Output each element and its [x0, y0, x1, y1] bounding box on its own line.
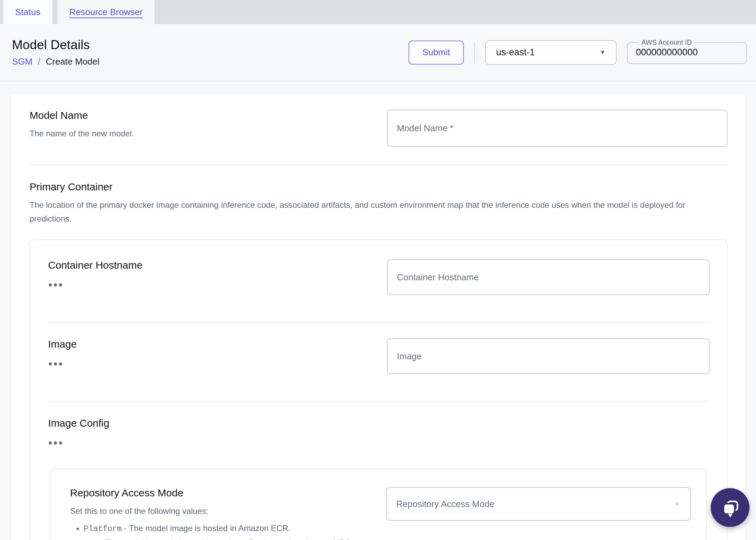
model-name-info: Model Name The name of the new model.	[30, 110, 387, 140]
image-input[interactable]	[387, 338, 710, 374]
content-area: Model Name The name of the new model. Pr…	[0, 81, 756, 540]
header-left: Model Details SGM / Create Model	[12, 38, 100, 67]
section-divider	[30, 165, 728, 166]
tab-status-label: Status	[15, 7, 41, 18]
repository-access-mode-select[interactable]: Repository Access Mode ▼	[386, 487, 691, 521]
breadcrumb-root-link[interactable]: SGM	[12, 56, 32, 67]
page-title: Model Details	[12, 38, 100, 52]
page-header: Model Details SGM / Create Model Submit …	[0, 24, 756, 81]
option-vpc: Vpc - The model image is hosted in a pri…	[84, 536, 373, 540]
chat-launcher-button[interactable]	[711, 488, 749, 527]
container-hostname-info: Container Hostname	[48, 259, 387, 288]
repository-access-mode-description: Set this to one of the following values:	[70, 504, 373, 518]
image-info: Image	[48, 338, 387, 367]
container-hostname-input[interactable]	[387, 259, 710, 295]
tab-status[interactable]: Status	[3, 0, 52, 24]
create-model-page: Status Resource Browser Model Details SG…	[0, 0, 756, 540]
image-config-card: Repository Access Mode Set this to one o…	[50, 469, 707, 540]
model-details-card: Model Name The name of the new model. Pr…	[10, 93, 746, 540]
field-divider	[48, 322, 710, 323]
breadcrumb: SGM / Create Model	[12, 56, 100, 67]
image-heading: Image	[48, 338, 373, 350]
model-name-input[interactable]	[387, 110, 728, 147]
chat-bubble-icon	[719, 496, 742, 519]
region-select[interactable]: us-east-1 ▼	[485, 40, 617, 65]
image-config-block: Image Config	[48, 417, 710, 446]
primary-container-section: Primary Container The location of the pr…	[30, 181, 728, 540]
region-select-value: us-east-1	[496, 47, 535, 58]
repository-access-mode-placeholder: Repository Access Mode	[396, 499, 494, 509]
aws-account-id-field: AWS Account ID	[627, 38, 747, 64]
primary-container-group: Container Hostname Image	[30, 239, 728, 540]
model-name-row: Model Name The name of the new model.	[30, 110, 728, 147]
image-config-heading: Image Config	[48, 417, 710, 429]
caret-down-icon: ▼	[599, 49, 606, 56]
container-hostname-row: Container Hostname	[48, 259, 710, 295]
model-name-heading: Model Name	[30, 110, 373, 121]
tab-resource-browser-label: Resource Browser	[69, 7, 143, 18]
header-controls: Submit us-east-1 ▼ AWS Account ID	[409, 40, 747, 65]
repository-access-mode-info: Repository Access Mode Set this to one o…	[70, 487, 386, 540]
primary-container-description: The location of the primary docker image…	[30, 198, 728, 226]
repository-access-mode-options: Platform - The model image is hosted in …	[75, 521, 373, 540]
repository-access-mode-heading: Repository Access Mode	[70, 487, 373, 499]
container-hostname-heading: Container Hostname	[48, 259, 373, 271]
caret-down-icon: ▼	[674, 500, 680, 508]
option-platform: Platform - The model image is hosted in …	[84, 521, 373, 536]
ellipsis-icon[interactable]	[48, 440, 63, 446]
header-divider	[474, 42, 475, 63]
primary-container-heading: Primary Container	[30, 181, 728, 193]
image-row: Image	[48, 338, 710, 374]
ellipsis-icon[interactable]	[48, 361, 63, 367]
model-name-description: The name of the new model.	[30, 127, 373, 140]
repository-access-mode-row: Repository Access Mode Set this to one o…	[70, 487, 691, 540]
field-divider	[48, 401, 710, 402]
tab-bar: Status Resource Browser	[0, 0, 756, 24]
breadcrumb-separator: /	[38, 56, 40, 67]
aws-account-id-input[interactable]	[636, 47, 735, 58]
tab-resource-browser[interactable]: Resource Browser	[58, 0, 154, 24]
breadcrumb-current: Create Model	[46, 56, 99, 67]
aws-account-id-label: AWS Account ID	[639, 38, 695, 46]
ellipsis-icon[interactable]	[48, 282, 63, 288]
submit-button[interactable]: Submit	[409, 41, 464, 65]
